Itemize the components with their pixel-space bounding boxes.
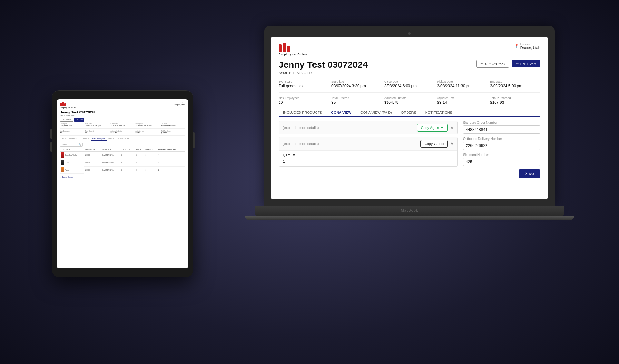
event-meta-grid: Event type Full goods sale Start date 03… bbox=[279, 80, 540, 93]
chevron-down-icon: ▼ bbox=[440, 126, 444, 130]
cona-row-1-header: (expand to see details) Copy Again ▼ ∨ bbox=[279, 121, 457, 134]
table-row: Coke 101817 20oz | PET | 24/cs 3 3 1 1 bbox=[60, 159, 185, 166]
product-img-fanta bbox=[61, 167, 64, 172]
tablet-table: PRODUCT ▼ MATERIAL # ▼ PACKAGE ▼ ORDERED… bbox=[60, 148, 185, 174]
tablet-bezel: Employee Sales Location Draper, Utah Jen… bbox=[52, 90, 193, 277]
tablet-col-ordered[interactable]: ORDERED ▼ bbox=[120, 148, 135, 152]
table-row: Fanta 101818 20oz | PET | 24/cs 3 0 1 2 bbox=[60, 166, 185, 174]
shipment-input[interactable] bbox=[463, 158, 540, 166]
tablet-search-input[interactable] bbox=[62, 144, 79, 146]
save-button[interactable]: Save bbox=[519, 169, 540, 178]
tablet-meta-adjusted-tax: Adjusted Tax $3.14 bbox=[136, 130, 160, 134]
meta-pickup-date: Pickup Date 3/08/2024 11:30 pm bbox=[437, 80, 487, 88]
app-header: Employee Sales 📍 Location Draper, Utah bbox=[279, 43, 540, 56]
tablet-back-link[interactable]: ← Back to Events bbox=[60, 176, 185, 178]
meta-start-date: Start date 03/07/2024 3:30 pm bbox=[331, 80, 382, 88]
laptop-app-content: Employee Sales 📍 Location Draper, Utah bbox=[271, 37, 548, 199]
tablet-meta-max-employees: Max Employees 10 bbox=[60, 130, 84, 134]
tablet-logo-bar-2 bbox=[62, 102, 64, 106]
standard-order-label: Standard Order Number bbox=[463, 121, 540, 124]
laptop-camera bbox=[408, 32, 411, 35]
logo-area: Employee Sales bbox=[279, 43, 308, 56]
tablet-power-button bbox=[193, 132, 195, 148]
laptop-foot bbox=[245, 216, 574, 220]
tablet-tab-notifications[interactable]: NOTIFICATIONS bbox=[116, 137, 131, 141]
expand-icon-2[interactable]: ∨ bbox=[450, 141, 454, 146]
tablet-location: Location Draper, Utah bbox=[174, 102, 185, 106]
tablet-col-paid[interactable]: PAID ▼ bbox=[135, 148, 144, 152]
location-label: Location bbox=[520, 43, 540, 46]
tablet-tab-cona-view-paid[interactable]: CONA VIEW (PAID) bbox=[91, 137, 107, 141]
qty-value: 1 bbox=[283, 159, 454, 164]
tablet-col-unpaid[interactable]: UNPAID ▼ bbox=[145, 148, 157, 152]
cona-left-panel: (expand to see details) Copy Again ▼ ∨ bbox=[279, 121, 458, 178]
tablet-logo-bar-3 bbox=[64, 103, 66, 106]
cona-row-2-header: (expand to see details) Copy Group ∨ bbox=[279, 137, 457, 150]
expand-icon-1[interactable]: ∨ bbox=[450, 125, 454, 130]
tab-cona-view-paid[interactable]: CONA VIEW (PAID) bbox=[356, 109, 397, 117]
tablet-col-not-picked[interactable]: PAID & NOT PICKED UP ▼ bbox=[157, 148, 185, 152]
tablet-meta-end-date: End Date 3/09/2024 5:00 pm bbox=[161, 123, 185, 127]
tablet-out-of-stock-button[interactable]: Out Of Stock bbox=[60, 118, 73, 122]
table-row: Coca-Cola Vanilla 101816 20oz | PET | 24… bbox=[60, 152, 185, 159]
tablet-tab-included-products[interactable]: INCLUDED PRODUCTS bbox=[60, 137, 79, 141]
tabs-container: INCLUDED PRODUCTS CONA VIEW CONA VIEW (P… bbox=[279, 109, 540, 117]
product-img-coca-cola bbox=[61, 152, 64, 158]
event-title-area: Jenny Test 03072024 Status: FINISHED bbox=[279, 60, 368, 79]
tablet-search-bar: 🔍 bbox=[60, 143, 83, 147]
tablet-col-product[interactable]: PRODUCT ▼ bbox=[60, 148, 84, 152]
tab-cona-view[interactable]: CONA VIEW bbox=[327, 109, 356, 117]
pencil-icon: ✏ bbox=[516, 62, 519, 66]
tablet-meta-adjusted-subtotal: Adjusted Subtotal $104.79 bbox=[110, 130, 134, 134]
tablet-meta-total-purchased: Total Purchased $107.93 bbox=[161, 130, 185, 134]
standard-order-input[interactable] bbox=[463, 125, 540, 134]
tablet-edit-event-button[interactable]: Edit Event bbox=[74, 118, 85, 122]
product-img-coke bbox=[61, 160, 64, 165]
cona-row-2: (expand to see details) Copy Group ∨ bbox=[279, 137, 458, 167]
event-status: Status: FINISHED bbox=[279, 71, 368, 75]
form-group-outbound-delivery: Outbound Delivery Number bbox=[463, 137, 540, 150]
tablet-col-material[interactable]: MATERIAL # ▼ bbox=[84, 148, 101, 152]
cona-row-1: (expand to see details) Copy Again ▼ ∨ bbox=[279, 121, 458, 134]
qty-header: QTY ▼ bbox=[283, 153, 454, 157]
event-title: Jenny Test 03072024 bbox=[279, 60, 368, 70]
tablet-tabs: INCLUDED PRODUCTS CONA VIEW CONA VIEW (P… bbox=[60, 137, 185, 141]
outbound-delivery-input[interactable] bbox=[463, 142, 540, 150]
cona-row-1-detail: (expand to see details) bbox=[283, 126, 319, 130]
tablet-device: Employee Sales Location Draper, Utah Jen… bbox=[52, 90, 193, 277]
meta-total-purchased: Total Purchased $107.93 bbox=[490, 96, 540, 105]
tablet-meta-close-date: Close Date 3/08/2024 6:00 pm bbox=[110, 123, 134, 127]
logo-bar-1 bbox=[279, 44, 282, 52]
tablet-tab-cona-view[interactable]: CONA VIEW bbox=[79, 137, 91, 141]
scene: Employee Sales 📍 Location Draper, Utah bbox=[0, 0, 619, 364]
location-pin-icon: 📍 bbox=[514, 44, 519, 48]
tablet-meta-pickup-date: Pickup Date 3/08/2024 11:30 pm bbox=[136, 123, 160, 127]
tablet-logo-icon bbox=[60, 102, 77, 106]
copy-again-button[interactable]: Copy Again ▼ bbox=[417, 124, 448, 132]
meta-adjusted-subtotal: Adjusted Subtotal $104.79 bbox=[384, 96, 435, 105]
cona-right-panel: Standard Order Number Outbound Delivery … bbox=[463, 121, 540, 178]
tablet-logo-text: Employee Sales bbox=[60, 107, 77, 109]
tablet-location-name: Draper, Utah bbox=[174, 104, 185, 106]
qty-sort-icon[interactable]: ▼ bbox=[292, 153, 296, 157]
copy-group-button[interactable]: Copy Group bbox=[420, 140, 448, 148]
meta-adjusted-tax: Adjusted Tax $3.14 bbox=[437, 96, 487, 105]
tablet-screen: Employee Sales Location Draper, Utah Jen… bbox=[57, 99, 188, 268]
tab-notifications[interactable]: NOTIFICATIONS bbox=[421, 109, 457, 117]
tablet-action-buttons: Out Of Stock Edit Event bbox=[60, 118, 185, 122]
tablet-event-title: Jenny Test 03072024 bbox=[60, 110, 185, 114]
tablet-search-icon: 🔍 bbox=[79, 143, 81, 146]
meta-end-date: End Date 3/09/2024 5:00 pm bbox=[490, 80, 540, 88]
meta-max-employees: Max Employees 10 bbox=[279, 96, 329, 105]
out-of-stock-button[interactable]: ✂ Out Of Stock bbox=[476, 60, 509, 68]
location-name: Draper, Utah bbox=[520, 46, 540, 50]
meta-close-date: Close Date 3/08/2024 6:00 pm bbox=[384, 80, 435, 88]
tablet-tab-orders[interactable]: ORDERS bbox=[107, 137, 116, 141]
tab-included-products[interactable]: INCLUDED PRODUCTS bbox=[279, 109, 327, 117]
meta-event-type: Event type Full goods sale bbox=[279, 80, 329, 88]
edit-event-button[interactable]: ✏ Edit Event bbox=[512, 60, 540, 67]
tablet-col-package[interactable]: PACKAGE ▼ bbox=[101, 148, 120, 152]
tablet-logo-bar-1 bbox=[60, 103, 62, 106]
status-label: Status: bbox=[279, 71, 291, 75]
tab-orders[interactable]: ORDERS bbox=[397, 109, 421, 117]
